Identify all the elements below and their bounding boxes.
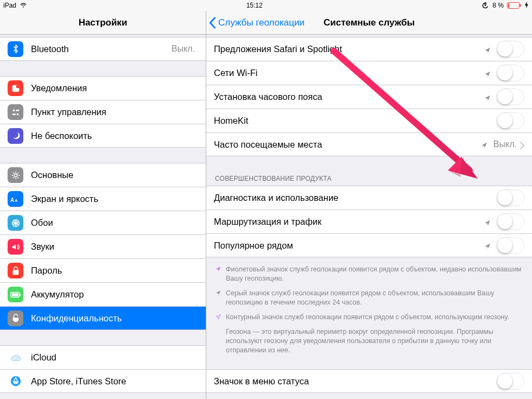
toggle-timezone[interactable] bbox=[497, 88, 524, 105]
sidebar-title: Настройки bbox=[79, 17, 128, 28]
row-homekit[interactable]: HomeKit bbox=[206, 109, 532, 132]
toggle-safari-spotlight[interactable] bbox=[497, 41, 524, 58]
location-arrow-icon bbox=[484, 242, 491, 249]
section-header: СОВЕРШЕНСТВОВАНИЕ ПРОДУКТА bbox=[206, 172, 532, 186]
row-label: Предложения Safari и Spotlight bbox=[214, 44, 484, 54]
device-label: iPad bbox=[3, 2, 16, 9]
svg-point-14 bbox=[15, 222, 17, 224]
sidebar-item-label: Основные bbox=[31, 170, 198, 180]
location-arrow-icon bbox=[215, 313, 221, 322]
row-label: Маршрутизация и трафик bbox=[214, 217, 484, 227]
toggle-status-bar-icon[interactable] bbox=[497, 373, 524, 390]
sidebar-item-label: Аккумулятор bbox=[31, 289, 198, 300]
row-timezone[interactable]: Установка часового пояса bbox=[206, 85, 532, 109]
sidebar-item-battery[interactable]: Аккумулятор bbox=[0, 282, 206, 306]
toggle-routing-traffic[interactable] bbox=[497, 213, 524, 230]
toggle-diagnostics[interactable] bbox=[497, 189, 524, 206]
row-label: Часто посещаемые места bbox=[214, 140, 480, 150]
footer-notes: Фиолетовый значок служб геолокации появи… bbox=[206, 257, 532, 359]
svg-rect-20 bbox=[11, 293, 18, 296]
note-text: Контурный значок служб геолокации появит… bbox=[226, 313, 509, 322]
sidebar-item-wallpaper[interactable]: Обои bbox=[0, 211, 206, 235]
wifi-icon bbox=[20, 3, 27, 8]
sidebar-item-appstore[interactable]: App Store, iTunes Store bbox=[0, 369, 206, 393]
svg-rect-3 bbox=[520, 4, 521, 7]
general-icon bbox=[8, 167, 23, 183]
sidebar-item-label: Пункт управления bbox=[31, 107, 198, 117]
location-arrow-icon bbox=[480, 141, 488, 148]
sidebar-item-label: Пароль bbox=[31, 265, 198, 276]
bluetooth-icon bbox=[8, 41, 23, 57]
sidebar: Настройки BluetoothВыкл.УведомленияПункт… bbox=[0, 11, 206, 399]
clock: 15:12 bbox=[246, 2, 263, 9]
toggle-popular-nearby[interactable] bbox=[497, 237, 524, 254]
sidebar-item-icloud[interactable]: iCloud bbox=[0, 345, 206, 369]
svg-point-5 bbox=[16, 85, 19, 88]
row-label: Сети Wi-Fi bbox=[214, 68, 484, 78]
sidebar-item-passcode[interactable]: Пароль bbox=[0, 258, 206, 282]
status-bar: iPad 15:12 8 % bbox=[0, 0, 532, 11]
display-icon: AA bbox=[8, 191, 23, 207]
location-arrow-icon bbox=[484, 69, 491, 77]
row-label: Установка часового пояса bbox=[214, 92, 484, 102]
sidebar-item-label: App Store, iTunes Store bbox=[31, 376, 198, 387]
sidebar-item-label: Обои bbox=[31, 218, 198, 228]
row-label: Диагностика и использование bbox=[214, 193, 497, 203]
sidebar-item-dnd[interactable]: Не беспокоить bbox=[0, 124, 206, 148]
back-button[interactable]: Службы геолокации bbox=[208, 17, 305, 29]
row-wifi-networking[interactable]: Сети Wi-Fi bbox=[206, 61, 532, 85]
row-popular-nearby[interactable]: Популярное рядом bbox=[206, 233, 532, 257]
toggle-homekit[interactable] bbox=[497, 112, 524, 129]
sidebar-item-label: iCloud bbox=[31, 352, 198, 363]
row-label: Популярное рядом bbox=[214, 240, 484, 251]
sidebar-item-control-center[interactable]: Пункт управления bbox=[0, 100, 206, 124]
control-center-icon bbox=[8, 104, 23, 120]
svg-point-8 bbox=[16, 113, 18, 115]
svg-rect-2 bbox=[508, 3, 509, 8]
sidebar-item-label: Звуки bbox=[31, 242, 198, 252]
row-value: Выкл. bbox=[493, 140, 517, 149]
row-safari-spotlight[interactable]: Предложения Safari и Spotlight bbox=[206, 37, 532, 61]
row-label: Значок в меню статуса bbox=[214, 376, 497, 387]
svg-text:A: A bbox=[10, 197, 14, 202]
rotation-lock-icon bbox=[482, 2, 489, 9]
location-arrow-icon bbox=[484, 93, 491, 101]
note-geofence: Геозона — это виртуальный периметр вокру… bbox=[226, 327, 523, 355]
location-arrow-icon bbox=[215, 289, 221, 307]
row-diagnostics[interactable]: Диагностика и использование bbox=[206, 186, 532, 210]
svg-rect-9 bbox=[12, 113, 15, 115]
sidebar-navbar: Настройки bbox=[0, 11, 206, 35]
battery-icon bbox=[8, 287, 23, 302]
row-status-bar-icon[interactable]: Значок в меню статуса bbox=[206, 369, 532, 393]
row-routing-traffic[interactable]: Маршрутизация и трафик bbox=[206, 210, 532, 233]
svg-rect-0 bbox=[485, 4, 486, 6]
location-arrow-icon bbox=[484, 218, 491, 226]
sidebar-item-label: Конфиденциальность bbox=[31, 313, 198, 324]
sidebar-item-general[interactable]: Основные bbox=[0, 163, 206, 187]
privacy-icon bbox=[8, 311, 23, 326]
sidebar-item-value: Выкл. bbox=[172, 44, 195, 54]
dnd-icon bbox=[8, 128, 23, 144]
location-arrow-icon bbox=[484, 46, 491, 53]
sidebar-item-notifications[interactable]: Уведомления bbox=[0, 76, 206, 100]
battery-percent: 8 % bbox=[492, 2, 504, 9]
svg-rect-21 bbox=[20, 293, 21, 296]
row-frequent-locations[interactable]: Часто посещаемые местаВыкл. bbox=[206, 132, 532, 156]
toggle-wifi-networking[interactable] bbox=[497, 65, 524, 81]
sidebar-item-label: Экран и яркость bbox=[31, 194, 198, 204]
note-text: Фиолетовый значок служб геолокации появи… bbox=[226, 265, 523, 283]
sidebar-item-label: Уведомления bbox=[31, 83, 198, 93]
sidebar-item-display[interactable]: AAЭкран и яркость bbox=[0, 187, 206, 211]
charging-icon bbox=[524, 2, 529, 10]
wallpaper-icon bbox=[8, 215, 23, 231]
sidebar-item-sounds[interactable]: Звуки bbox=[0, 235, 206, 258]
svg-point-10 bbox=[14, 174, 17, 176]
sidebar-item-label: Bluetooth bbox=[31, 44, 172, 54]
svg-point-6 bbox=[12, 109, 15, 111]
note-text: Серый значок служб геолокации появится р… bbox=[226, 289, 523, 307]
sidebar-item-privacy[interactable]: Конфиденциальность bbox=[0, 306, 206, 330]
sidebar-item-bluetooth[interactable]: BluetoothВыкл. bbox=[0, 37, 206, 61]
notifications-icon bbox=[8, 80, 23, 96]
svg-text:A: A bbox=[15, 198, 18, 202]
appstore-icon bbox=[8, 373, 23, 389]
